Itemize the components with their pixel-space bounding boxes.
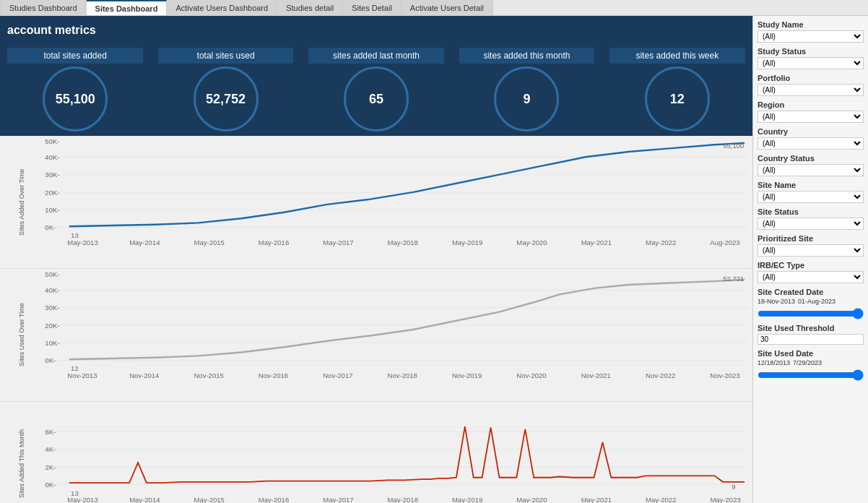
svg-text:May-2019: May-2019: [452, 238, 482, 246]
tab-studies-dashboard[interactable]: Studies Dashboard: [0, 0, 87, 15]
svg-text:Nov-2019: Nov-2019: [452, 371, 482, 379]
chart3-section: Sites Added This Month 0K- 2K- 4K- 6K- 1…: [0, 402, 752, 503]
svg-text:Nov-2015: Nov-2015: [194, 371, 224, 379]
kpi-label-1: total sites used: [158, 48, 294, 64]
filter-irb-ec-type-select[interactable]: (All): [758, 271, 864, 283]
tab-activate-users-dashboard[interactable]: Activate Users Dashboard: [167, 0, 277, 15]
svg-text:May-2018: May-2018: [388, 238, 418, 246]
filter-portfolio-label: Portfolio: [758, 74, 864, 82]
chart2-y-label: Sites Used Over Time: [0, 269, 43, 401]
tab-activate-users-detail[interactable]: Activate Users Detail: [402, 0, 493, 15]
svg-text:20K-: 20K-: [45, 321, 59, 329]
kpi-label-4: sites added this week: [609, 48, 745, 64]
filter-country-label: Country: [758, 127, 864, 136]
filter-site-name-label: Site Name: [758, 181, 864, 189]
kpi-total-sites-added: total sites added 55,100: [0, 48, 150, 132]
svg-text:9: 9: [732, 482, 735, 490]
site-used-threshold-input[interactable]: [758, 334, 864, 345]
svg-text:10K-: 10K-: [45, 206, 59, 214]
tab-sites-dashboard[interactable]: Sites Dashboard: [87, 0, 168, 15]
filter-site-used-date-label: Site Used Date: [758, 349, 864, 358]
filter-study-status-select[interactable]: (All): [758, 57, 864, 69]
site-used-date-slider[interactable]: [758, 369, 864, 381]
svg-text:May-2016: May-2016: [259, 495, 289, 503]
chart1-y-label: Sites Added Over Time: [0, 136, 43, 268]
svg-text:May-2021: May-2021: [581, 495, 612, 503]
svg-text:40K-: 40K-: [45, 153, 59, 161]
filter-site-used-threshold: Site Used Threshold: [758, 324, 864, 345]
chart1-container: 0K- 10K- 20K- 30K- 40K- 50K- 13 55,100: [43, 136, 752, 268]
page-title: account metrics: [7, 24, 96, 37]
svg-text:May-2020: May-2020: [516, 238, 547, 246]
chart1-section: Sites Added Over Time 0K- 10K- 20K- 30K-: [0, 136, 752, 269]
filter-site-name-select[interactable]: (All): [758, 191, 864, 203]
svg-text:Nov-2017: Nov-2017: [323, 371, 352, 379]
svg-text:Nov-2021: Nov-2021: [581, 371, 611, 379]
svg-text:May-2023: May-2023: [710, 495, 740, 503]
filter-site-name: Site Name (All): [758, 181, 864, 203]
site-used-date-to: 7/29/2023: [793, 359, 822, 366]
kpi-value-3: 9: [494, 66, 559, 132]
tab-sites-detail[interactable]: Sites Detail: [343, 0, 402, 15]
chart3-svg: 0K- 2K- 4K- 6K- 13 9 May-2013 May-2014 M…: [43, 405, 749, 503]
tab-bar: Studies Dashboard Sites Dashboard Activa…: [0, 0, 868, 16]
site-created-date-slider[interactable]: [758, 308, 864, 319]
filter-country-select[interactable]: (All): [758, 137, 864, 150]
filter-study-name: Study Name (All): [758, 20, 864, 43]
svg-text:May-2021: May-2021: [581, 238, 612, 246]
svg-text:May-2015: May-2015: [194, 495, 225, 503]
charts-area: Sites Added Over Time 0K- 10K- 20K- 30K-: [0, 136, 752, 503]
chart2-section: Sites Used Over Time 0K- 10K- 20K- 30K- …: [0, 269, 752, 402]
filter-country: Country (All): [758, 127, 864, 150]
header-bar: account metrics: [0, 16, 752, 45]
svg-text:0K-: 0K-: [45, 223, 56, 231]
kpi-sites-added-this-month: sites added this month 9: [451, 48, 602, 132]
content-area: account metrics total sites added 55,100…: [0, 16, 752, 503]
svg-text:52,721: 52,721: [723, 275, 744, 283]
kpi-value-0: 55,100: [43, 66, 108, 132]
tab-studies-detail[interactable]: Studies detail: [277, 0, 343, 15]
svg-text:May-2016: May-2016: [259, 238, 289, 246]
filter-site-status-label: Site Status: [758, 207, 864, 216]
svg-text:May-2019: May-2019: [452, 495, 482, 503]
svg-text:6K-: 6K-: [45, 428, 56, 436]
filter-prioritized-site-select[interactable]: (All): [758, 244, 864, 257]
filter-prioritized-site-label: Prioritized Site: [758, 234, 864, 243]
site-created-date-to: 01-Aug-2023: [798, 298, 836, 305]
filter-irb-ec-type: IRB/EC Type (All): [758, 261, 864, 283]
filter-region: Region (All): [758, 100, 864, 123]
kpi-total-sites-used: total sites used 52,752: [150, 48, 300, 132]
kpi-value-1: 52,752: [194, 66, 259, 132]
svg-text:55,100: 55,100: [723, 142, 744, 150]
svg-text:Aug-2023: Aug-2023: [710, 238, 739, 246]
kpi-value-2: 65: [344, 66, 409, 132]
filter-irb-ec-type-label: IRB/EC Type: [758, 261, 864, 270]
filter-portfolio: Portfolio (All): [758, 74, 864, 96]
kpi-label-3: sites added this month: [459, 48, 595, 64]
svg-text:May-2014: May-2014: [129, 238, 160, 246]
chart1-svg: 0K- 10K- 20K- 30K- 40K- 50K- 13 55,100: [43, 139, 749, 254]
svg-text:Nov-2023: Nov-2023: [710, 371, 739, 379]
filter-study-name-select[interactable]: (All): [758, 30, 864, 43]
filter-region-select[interactable]: (All): [758, 111, 864, 123]
kpi-sites-added-this-week: sites added this week 12: [602, 48, 752, 132]
filter-country-status-select[interactable]: (All): [758, 164, 864, 176]
kpi-bar: total sites added 55,100 total sites use…: [0, 45, 752, 136]
filter-site-used-threshold-label: Site Used Threshold: [758, 324, 864, 332]
site-created-date-from: 18-Nov-2013: [758, 298, 795, 305]
filter-site-status-select[interactable]: (All): [758, 218, 864, 230]
filter-site-status: Site Status (All): [758, 207, 864, 230]
svg-text:10K-: 10K-: [45, 339, 59, 347]
filter-region-label: Region: [758, 100, 864, 109]
svg-text:30K-: 30K-: [45, 171, 59, 179]
kpi-label-0: total sites added: [7, 48, 143, 64]
chart2-container: 0K- 10K- 20K- 30K- 40K- 50K- 12 52,721 N…: [43, 269, 752, 401]
svg-text:May-2013: May-2013: [67, 495, 97, 503]
svg-text:4K-: 4K-: [45, 445, 56, 453]
filter-site-created-date: Site Created Date 18-Nov-2013 01-Aug-202…: [758, 288, 864, 319]
main-layout: account metrics total sites added 55,100…: [0, 16, 868, 503]
kpi-label-2: sites added last month: [308, 48, 444, 64]
svg-text:May-2014: May-2014: [129, 495, 160, 503]
site-used-date-range: 12/18/2013 7/29/2023: [758, 359, 864, 366]
filter-portfolio-select[interactable]: (All): [758, 84, 864, 96]
